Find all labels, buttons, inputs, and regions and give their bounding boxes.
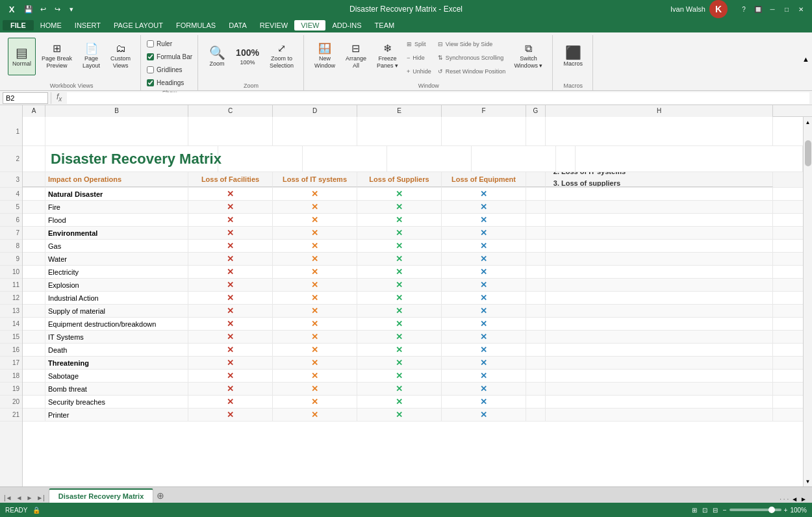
cell-21g[interactable]	[526, 409, 546, 421]
cell-1a[interactable]	[23, 117, 45, 145]
cell-20g[interactable]	[526, 396, 546, 408]
cell-15c[interactable]: ✕	[188, 331, 273, 343]
cell-9c[interactable]: ✕	[188, 253, 273, 265]
cell-9b[interactable]: Water	[45, 253, 188, 265]
cell-20a[interactable]	[23, 396, 45, 408]
menu-data[interactable]: DATA	[222, 20, 253, 31]
cell-10c[interactable]: ✕	[188, 266, 273, 278]
cell-12g[interactable]	[526, 292, 546, 304]
cell-4e[interactable]: ✕	[357, 188, 442, 200]
cell-19g[interactable]	[526, 383, 546, 395]
cell-18a[interactable]	[23, 370, 45, 382]
cell-14d[interactable]: ✕	[273, 318, 357, 330]
cell-11c[interactable]: ✕	[188, 279, 273, 291]
cell-7h[interactable]	[546, 227, 773, 239]
cell-17h[interactable]	[546, 357, 773, 369]
cell-17e[interactable]: ✕	[357, 357, 442, 369]
cell-3g[interactable]	[526, 172, 546, 187]
cell-8h[interactable]	[546, 240, 773, 252]
cell-1b[interactable]	[45, 117, 188, 145]
customize-quick-access-button[interactable]: ▾	[65, 3, 78, 16]
sync-scroll-button[interactable]: ⇅ Synchronous Scrolling	[435, 51, 509, 64]
split-button[interactable]: ⊞ Split	[404, 38, 434, 50]
cell-17b[interactable]: Threatening	[45, 357, 188, 369]
cell-2g[interactable]	[556, 146, 576, 171]
cell-11f[interactable]: ✕	[442, 279, 526, 291]
cell-14c[interactable]: ✕	[188, 318, 273, 330]
cell-13a[interactable]	[23, 305, 45, 317]
cell-1d[interactable]	[273, 117, 357, 145]
cell-6c[interactable]: ✕	[188, 214, 273, 226]
cell-3a[interactable]	[23, 172, 45, 187]
cell-13f[interactable]: ✕	[442, 305, 526, 317]
cell-5a[interactable]	[23, 201, 45, 213]
cell-12h[interactable]	[546, 292, 773, 304]
cell-4g[interactable]	[526, 188, 546, 200]
cell-4a[interactable]	[23, 188, 45, 200]
scrollbar-thumb[interactable]	[805, 140, 811, 166]
cell-11h[interactable]	[546, 279, 773, 291]
cell-16f[interactable]: ✕	[442, 344, 526, 356]
normal-view-button[interactable]: ▤ Normal	[8, 38, 36, 75]
maximize-button[interactable]: □	[781, 3, 793, 15]
cell-11g[interactable]	[526, 279, 546, 291]
vertical-scrollbar[interactable]: ▲ ▼	[803, 117, 812, 486]
ruler-checkbox[interactable]	[147, 40, 154, 47]
cell-2d[interactable]	[303, 146, 387, 171]
freeze-panes-button[interactable]: ❄ FreezePanes ▾	[372, 38, 403, 75]
cell-14f[interactable]: ✕	[442, 318, 526, 330]
zoom-slider[interactable]	[730, 509, 781, 511]
cell-3d[interactable]: Loss of IT systems	[273, 172, 357, 187]
cell-16d[interactable]: ✕	[273, 344, 357, 356]
cell-5c[interactable]: ✕	[188, 201, 273, 213]
cell-13g[interactable]	[526, 305, 546, 317]
cell-12f[interactable]: ✕	[442, 292, 526, 304]
cell-19b[interactable]: Bomb threat	[45, 383, 188, 395]
cell-20h[interactable]	[546, 396, 773, 408]
cell-19a[interactable]	[23, 383, 45, 395]
cell-9g[interactable]	[526, 253, 546, 265]
cell-11d[interactable]: ✕	[273, 279, 357, 291]
tab-nav-first[interactable]: |◄	[3, 493, 14, 503]
col-header-c[interactable]: C	[188, 105, 273, 117]
cell-15a[interactable]	[23, 331, 45, 343]
col-header-d[interactable]: D	[273, 105, 357, 117]
menu-file[interactable]: FILE	[3, 20, 34, 31]
cell-18c[interactable]: ✕	[188, 370, 273, 382]
cell-3c[interactable]: Loss of Facilities	[188, 172, 273, 187]
menu-team[interactable]: TEAM	[368, 20, 401, 31]
normal-view-status-button[interactable]: ⊞	[691, 505, 698, 515]
cell-12b[interactable]: Industrial Action	[45, 292, 188, 304]
cell-21f[interactable]: ✕	[442, 409, 526, 421]
cell-2b[interactable]: Disaster Recovery Matrix	[45, 146, 218, 171]
cell-6d[interactable]: ✕	[273, 214, 357, 226]
cell-8g[interactable]	[526, 240, 546, 252]
cell-15g[interactable]	[526, 331, 546, 343]
cell-4h[interactable]	[546, 188, 773, 200]
col-header-h[interactable]: H	[546, 105, 773, 117]
cell-20e[interactable]: ✕	[357, 396, 442, 408]
page-break-status-button[interactable]: ⊟	[711, 505, 719, 515]
zoom-selection-button[interactable]: ⤢ Zoom toSelection	[265, 38, 298, 75]
cell-8b[interactable]: Gas	[45, 240, 188, 252]
scroll-down-button[interactable]: ▼	[806, 476, 811, 486]
cell-1g[interactable]	[526, 117, 546, 145]
cell-1c[interactable]	[188, 117, 273, 145]
cell-16c[interactable]: ✕	[188, 344, 273, 356]
tab-nav-last[interactable]: ►|	[35, 493, 46, 503]
menu-formulas[interactable]: FORMULAS	[170, 20, 222, 31]
cell-10e[interactable]: ✕	[357, 266, 442, 278]
cell-9d[interactable]: ✕	[273, 253, 357, 265]
cell-9f[interactable]: ✕	[442, 253, 526, 265]
formulabar-checkbox[interactable]	[147, 53, 154, 60]
cell-17d[interactable]: ✕	[273, 357, 357, 369]
cell-10g[interactable]	[526, 266, 546, 278]
hide-button[interactable]: − Hide	[404, 51, 434, 64]
cell-18e[interactable]: ✕	[357, 370, 442, 382]
cell-3f[interactable]: Loss of Equipment	[442, 172, 526, 187]
cell-10a[interactable]	[23, 266, 45, 278]
cell-19e[interactable]: ✕	[357, 383, 442, 395]
cell-5g[interactable]	[526, 201, 546, 213]
minimize-button[interactable]: ─	[767, 3, 778, 15]
cell-9a[interactable]	[23, 253, 45, 265]
